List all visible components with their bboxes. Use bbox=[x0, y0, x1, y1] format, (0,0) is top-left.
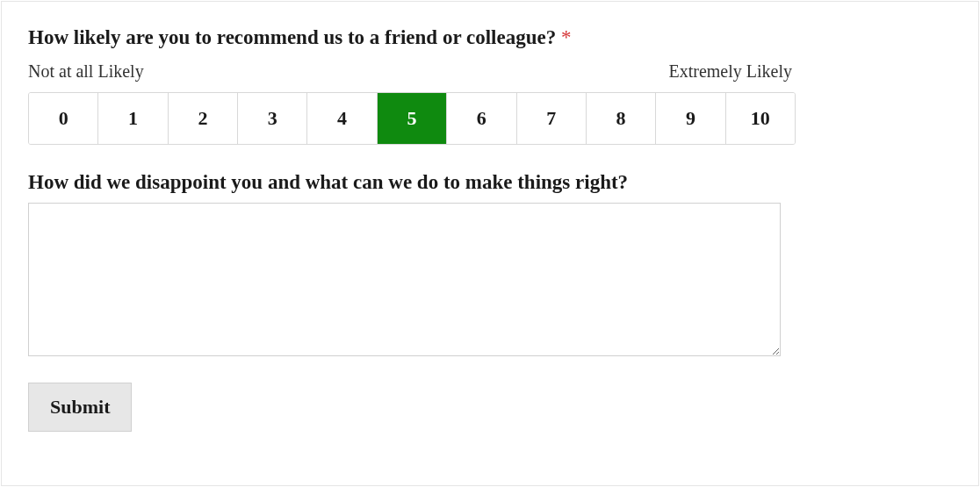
survey-form: How likely are you to recommend us to a … bbox=[1, 1, 979, 486]
feedback-question-title: How did we disappoint you and what can w… bbox=[28, 171, 952, 194]
nps-question-title: How likely are you to recommend us to a … bbox=[28, 26, 952, 49]
required-indicator: * bbox=[561, 26, 572, 48]
scale-option-0[interactable]: 0 bbox=[29, 93, 98, 144]
nps-scale: 0 1 2 3 4 5 6 7 8 9 10 bbox=[28, 92, 796, 145]
scale-option-4[interactable]: 4 bbox=[307, 93, 377, 144]
scale-option-9[interactable]: 9 bbox=[656, 93, 725, 144]
scale-option-7[interactable]: 7 bbox=[517, 93, 587, 144]
scale-option-6[interactable]: 6 bbox=[447, 93, 516, 144]
scale-low-label: Not at all Likely bbox=[28, 61, 144, 82]
submit-button[interactable]: Submit bbox=[28, 383, 132, 432]
scale-option-8[interactable]: 8 bbox=[587, 93, 656, 144]
scale-option-2[interactable]: 2 bbox=[169, 93, 238, 144]
scale-option-3[interactable]: 3 bbox=[238, 93, 307, 144]
scale-labels: Not at all Likely Extremely Likely bbox=[28, 61, 792, 82]
scale-option-10[interactable]: 10 bbox=[726, 93, 795, 144]
scale-high-label: Extremely Likely bbox=[668, 61, 792, 82]
feedback-textarea[interactable] bbox=[28, 203, 781, 356]
scale-option-1[interactable]: 1 bbox=[98, 93, 168, 144]
nps-question-text: How likely are you to recommend us to a … bbox=[28, 26, 556, 48]
scale-option-5[interactable]: 5 bbox=[378, 93, 447, 144]
